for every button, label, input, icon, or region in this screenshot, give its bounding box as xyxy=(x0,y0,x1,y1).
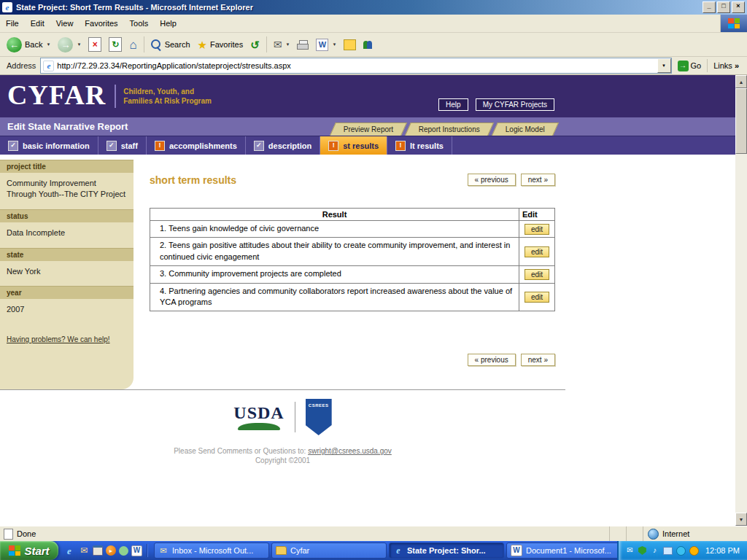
ie-window-icon: e xyxy=(2,2,12,12)
back-dropdown-icon[interactable]: ▼ xyxy=(46,42,50,47)
previous-button[interactable]: « previous xyxy=(468,174,516,186)
tab-st-results[interactable]: ! st results xyxy=(320,136,387,155)
edit-button[interactable]: edit xyxy=(525,224,549,235)
status-bar: Done Internet xyxy=(0,526,747,541)
close-button[interactable]: × xyxy=(732,1,745,13)
sidebar-value-state: New York xyxy=(0,261,133,287)
menu-file[interactable]: File xyxy=(0,15,25,32)
messenger-button[interactable] xyxy=(360,39,375,50)
content-row: project title Community Improvement Thro… xyxy=(0,155,735,389)
tray-messenger-icon[interactable] xyxy=(676,546,686,556)
vertical-scrollbar[interactable]: ▲ ▼ xyxy=(735,75,747,526)
back-label: Back xyxy=(25,40,42,49)
menu-tools[interactable]: Tools xyxy=(124,15,155,32)
links-bar[interactable]: Links » xyxy=(707,59,745,72)
show-desktop-icon[interactable] xyxy=(93,545,103,556)
zone-label: Internet xyxy=(662,529,689,538)
maximize-button[interactable]: □ xyxy=(717,1,730,13)
tab-label: basic information xyxy=(23,141,90,150)
tab-basic-information[interactable]: ✓ basic information xyxy=(0,136,98,155)
tab-logic-model[interactable]: Logic Model xyxy=(492,122,559,136)
start-button[interactable]: Start xyxy=(0,541,58,560)
page-title: Edit State Narrative Report xyxy=(0,121,329,136)
menu-help[interactable]: Help xyxy=(154,15,182,32)
pagination-bottom: « previous next » xyxy=(150,354,555,366)
scrollbar-thumb[interactable] xyxy=(735,88,747,154)
task-cyfar-folder[interactable]: Cyfar xyxy=(271,542,387,559)
refresh-button[interactable]: ↻ xyxy=(106,36,125,53)
section-heading: short term results xyxy=(150,174,468,186)
back-button[interactable]: ← Back ▼ xyxy=(4,36,53,54)
next-button[interactable]: next » xyxy=(521,354,555,366)
previous-button[interactable]: « previous xyxy=(468,354,516,366)
tab-staff[interactable]: ✓ staff xyxy=(98,136,147,155)
address-input[interactable]: e http://72.29.23.34/ReportingApplicatio… xyxy=(40,58,671,74)
home-icon: ⌂ xyxy=(129,39,136,51)
scroll-up-button[interactable]: ▲ xyxy=(735,75,747,88)
tab-lt-results[interactable]: ! lt results xyxy=(387,136,452,155)
edit-button[interactable]: edit xyxy=(525,246,549,257)
mail-button[interactable]: ✉ ▼ xyxy=(271,38,293,51)
task-label: Inbox - Microsoft Out... xyxy=(172,546,253,555)
favorites-label: Favorites xyxy=(210,40,243,49)
address-dropdown[interactable]: ▼ xyxy=(657,58,671,73)
edit-button[interactable]: edit xyxy=(525,292,549,303)
stop-button[interactable]: × xyxy=(85,36,104,53)
search-icon xyxy=(151,39,162,50)
home-button[interactable]: ⌂ xyxy=(126,37,139,52)
having-problems-link[interactable]: Having problems? We can help! xyxy=(7,335,110,343)
help-button[interactable]: Help xyxy=(438,98,468,111)
menu-view[interactable]: View xyxy=(50,15,80,32)
table-row: 1. Teens gain knowledge of civic governa… xyxy=(150,221,555,238)
tray-mail-icon[interactable]: ✉ xyxy=(625,546,635,556)
quick-launch-word-icon[interactable]: W xyxy=(131,545,142,556)
tray-update-icon[interactable] xyxy=(689,546,699,556)
ie-icon: e xyxy=(393,545,403,556)
minimize-button[interactable]: _ xyxy=(703,1,716,13)
media-player-icon[interactable]: ► xyxy=(106,545,116,556)
tray-network-icon[interactable] xyxy=(663,547,673,555)
links-label: Links xyxy=(713,61,732,70)
tab-accomplishments[interactable]: ! accomplishments xyxy=(147,136,246,155)
windows-flag-icon xyxy=(728,18,740,28)
tray-antivirus-icon[interactable] xyxy=(638,546,646,555)
alert-icon: ! xyxy=(328,141,338,151)
edit-button[interactable]: edit xyxy=(525,269,549,280)
table-row: 3. Community improvement projects are co… xyxy=(150,266,555,283)
quick-launch-ie-icon[interactable]: e xyxy=(63,545,75,556)
table-header-row: Result Edit xyxy=(150,209,555,221)
messenger-quick-icon[interactable] xyxy=(119,546,128,556)
next-button[interactable]: next » xyxy=(521,174,555,186)
tab-report-instructions[interactable]: Report Instructions xyxy=(405,122,494,136)
contact-email-link[interactable]: swright@csrees.usda.gov xyxy=(308,447,392,455)
menu-favorites[interactable]: Favorites xyxy=(79,15,123,32)
edit-with-word-button[interactable]: W ▼ xyxy=(313,37,339,52)
webpage: CYFAR Children, Youth, and Families At R… xyxy=(0,75,735,526)
task-state-project[interactable]: e State Project: Shor... xyxy=(389,542,504,559)
favorites-button[interactable]: ★ Favorites xyxy=(195,38,247,52)
history-button[interactable]: ↺ xyxy=(247,38,263,52)
menu-edit[interactable]: Edit xyxy=(25,15,50,32)
tab-preview-report[interactable]: Preview Report xyxy=(330,122,407,136)
main-content: short term results « previous next » Res… xyxy=(133,155,735,389)
research-button[interactable] xyxy=(341,38,359,52)
print-button[interactable] xyxy=(294,39,311,51)
edit-cell: edit xyxy=(519,221,555,238)
tab-description[interactable]: ✓ description xyxy=(246,136,320,155)
tray-volume-icon[interactable]: ♪ xyxy=(650,546,659,556)
quick-launch-mail-icon[interactable]: ✉ xyxy=(78,545,90,556)
result-text: 3. Community improvement projects are co… xyxy=(150,266,519,283)
refresh-icon: ↻ xyxy=(109,37,122,52)
forward-button[interactable]: → ▼ xyxy=(55,36,84,54)
my-cyfar-projects-button[interactable]: My CYFAR Projects xyxy=(476,98,554,111)
go-button[interactable]: → Go xyxy=(672,61,708,71)
forward-dropdown-icon[interactable]: ▼ xyxy=(77,42,81,47)
status-zone: Internet xyxy=(643,526,747,541)
scroll-down-button[interactable]: ▼ xyxy=(735,513,747,526)
search-button[interactable]: Search xyxy=(148,38,193,52)
word-dropdown-icon[interactable]: ▼ xyxy=(332,42,336,47)
task-outlook-inbox[interactable]: ✉ Inbox - Microsoft Out... xyxy=(154,542,269,559)
mail-dropdown-icon[interactable]: ▼ xyxy=(286,42,290,47)
edit-cell: edit xyxy=(519,266,555,283)
task-word-document[interactable]: W Document1 - Microsof... xyxy=(506,542,622,559)
